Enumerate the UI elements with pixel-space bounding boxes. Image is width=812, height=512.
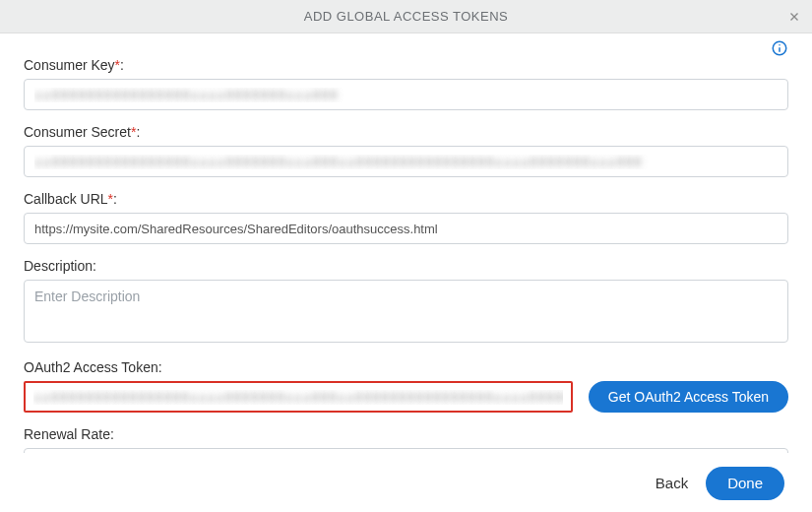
consumer-secret-input[interactable] [24,146,788,177]
svg-point-2 [779,44,781,46]
form-body: Consumer Key*: Consumer Secret*: Callbac… [0,57,812,461]
info-row [0,33,812,57]
dialog-header: ADD GLOBAL ACCESS TOKENS [0,0,812,33]
oauth-row: Get OAuth2 Access Token [24,381,788,413]
consumer-secret-label: Consumer Secret*: [24,124,788,140]
field-consumer-key: Consumer Key*: [24,57,788,110]
label-text: Consumer Key [24,57,115,73]
description-label: Description: [24,258,788,274]
consumer-key-input[interactable] [24,79,788,110]
required-asterisk: * [131,124,136,140]
label-text: Consumer Secret [24,124,131,140]
required-asterisk: * [115,57,120,73]
renewal-rate-label: Renewal Rate: [24,426,788,442]
label-text: Callback URL [24,191,108,207]
get-oauth-button[interactable]: Get OAuth2 Access Token [589,381,788,413]
consumer-key-label: Consumer Key*: [24,57,788,73]
description-textarea[interactable] [24,280,788,343]
info-icon[interactable] [771,39,788,57]
done-button[interactable]: Done [706,467,784,500]
oauth-input-wrap [24,381,573,413]
back-button[interactable]: Back [656,475,688,491]
dialog-title: ADD GLOBAL ACCESS TOKENS [304,9,509,24]
required-asterisk: * [108,191,113,207]
oauth-token-label: OAuth2 Access Token: [24,359,788,375]
field-consumer-secret: Consumer Secret*: [24,124,788,177]
field-description: Description: [24,258,788,346]
field-callback-url: Callback URL*: [24,191,788,244]
callback-url-input[interactable] [24,213,788,244]
field-oauth-token: OAuth2 Access Token: Get OAuth2 Access T… [24,359,788,413]
dialog-footer: Back Done [0,453,812,512]
callback-url-label: Callback URL*: [24,191,788,207]
oauth-token-input[interactable] [24,381,573,413]
close-icon[interactable] [786,9,802,25]
